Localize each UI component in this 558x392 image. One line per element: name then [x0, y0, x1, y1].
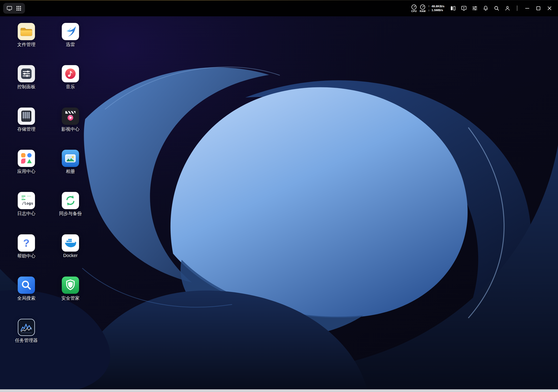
screen-toggle-button[interactable]	[6, 5, 12, 11]
photo-icon	[62, 150, 79, 167]
desktop-icon-label: 日志中心	[17, 210, 35, 217]
desktop-icon-photos[interactable]: 相册	[53, 150, 87, 175]
preferences-button[interactable]	[472, 5, 478, 11]
desktop-icon-file-manager[interactable]: 文件管理	[9, 23, 43, 48]
topbar-right-group: CPU RAM ↑ 48.8KB/s ↓ 1.5MB/s	[411, 4, 553, 12]
desktop-icon-docker[interactable]: Docker	[53, 234, 87, 258]
music-note-icon	[62, 65, 79, 82]
desktop-icon-label: 影视中心	[61, 126, 79, 132]
maximize-icon	[535, 5, 541, 11]
thunder-bird-icon	[62, 23, 79, 40]
desktop-icon-label: 应用中心	[17, 168, 35, 175]
desktop-icon-label: 帮助中心	[17, 253, 35, 259]
upload-arrow-icon: ↑	[428, 4, 431, 8]
bell-icon	[483, 5, 489, 11]
minimize-icon	[524, 5, 530, 11]
desktop-icon-xunlei[interactable]: 迅雷	[53, 23, 87, 48]
svg-text:/logs: /logs	[22, 201, 33, 206]
topbar-left-group	[3, 3, 25, 14]
close-icon	[546, 5, 553, 11]
disk-array-icon	[18, 108, 35, 125]
download-arrow-icon: ↓	[428, 8, 431, 12]
screen: CPU RAM ↑ 48.8KB/s ↓ 1.5MB/s	[0, 0, 558, 392]
tray-sliders-icon	[472, 5, 478, 11]
cpu-gauge-icon	[411, 4, 417, 10]
tray-separator	[517, 5, 517, 11]
search-icon	[494, 5, 500, 11]
close-button[interactable]	[546, 5, 553, 11]
desktop-icon-sync-backup[interactable]: 同步与备份	[53, 192, 87, 217]
download-speed: 1.5MB/s	[431, 8, 443, 12]
desktop-icon-label: 安全管家	[61, 295, 79, 301]
desktop-icon-global-search[interactable]: 全局搜索	[9, 276, 43, 301]
search-button[interactable]	[494, 5, 500, 11]
folder-icon	[18, 23, 35, 40]
svg-text:?: ?	[23, 237, 29, 249]
question-icon: ?	[18, 234, 35, 251]
widgets-button[interactable]	[450, 5, 456, 11]
desktop-icon-music[interactable]: 音乐	[53, 65, 87, 90]
display-icon	[461, 5, 467, 11]
window-controls	[524, 5, 553, 11]
system-monitors: CPU RAM ↑ 48.8KB/s ↓ 1.5MB/s	[411, 4, 445, 12]
clapper-play-icon	[62, 108, 79, 125]
cpu-label: CPU	[411, 10, 417, 12]
desktop-icon-task-manager[interactable]: 任务管理器	[9, 319, 43, 343]
maximize-button[interactable]	[535, 5, 541, 11]
desktop-icon-label: 文件管理	[17, 42, 35, 48]
minimize-button[interactable]	[524, 5, 530, 11]
docker-whale-icon	[62, 234, 79, 251]
user-icon	[504, 5, 511, 11]
desktop-icon-label: 相册	[66, 168, 75, 175]
desktop-icon-label: 全局搜索	[17, 295, 35, 301]
control-sliders-icon	[18, 65, 35, 82]
tray-icons	[450, 5, 511, 11]
widgets-icon	[450, 5, 456, 11]
monitor-icon	[6, 5, 12, 11]
desktop-icon-label: 存储管理	[17, 126, 35, 132]
magnifier-icon	[18, 276, 35, 294]
desktop-icon-label: 控制面板	[17, 84, 35, 90]
desktop-icon-log-center[interactable]: /logs日志中心	[9, 192, 43, 217]
dock-hint[interactable]	[0, 389, 558, 392]
desktop-icon-help-center[interactable]: ?帮助中心	[9, 234, 43, 259]
desktop-icon-grid: 文件管理 迅雷 控制面板 音乐 存储管理 影视中心 应用中心 相册 /logs日…	[0, 16, 558, 389]
network-speed-widget[interactable]: ↑ 48.8KB/s ↓ 1.5MB/s	[428, 4, 445, 12]
topbar: CPU RAM ↑ 48.8KB/s ↓ 1.5MB/s	[0, 0, 558, 16]
desktop-icon-security-manager[interactable]: 安全管家	[53, 276, 87, 301]
chart-icon	[18, 319, 35, 336]
desktop-icon-control-panel[interactable]: 控制面板	[9, 65, 43, 90]
desktop-icon-label: 音乐	[66, 84, 75, 90]
sync-arrows-icon	[62, 192, 79, 209]
desktop-icon-storage-manager[interactable]: 存储管理	[9, 108, 43, 132]
desktop-icon-label: 同步与备份	[59, 210, 82, 217]
desktop-icon-video-center[interactable]: 影视中心	[53, 108, 87, 132]
account-button[interactable]	[504, 5, 511, 11]
app-launcher-button[interactable]	[16, 5, 22, 11]
window-top-highlight	[0, 0, 558, 0]
grid-icon	[16, 5, 22, 11]
remote-display-button[interactable]	[461, 5, 467, 11]
desktop-icon-label: 迅雷	[66, 42, 75, 48]
upload-speed: 48.8KB/s	[431, 4, 445, 8]
shield-icon	[62, 276, 79, 294]
ram-monitor-button[interactable]: RAM	[419, 4, 426, 12]
ram-label: RAM	[420, 10, 426, 12]
cpu-monitor-button[interactable]: CPU	[411, 4, 417, 12]
app-shapes-icon	[18, 150, 35, 167]
desktop-icon-label: 任务管理器	[15, 337, 38, 343]
desktop-icon-app-center[interactable]: 应用中心	[9, 150, 43, 175]
ram-gauge-icon	[419, 4, 426, 10]
desktop-icon-label: Docker	[63, 253, 78, 258]
logs-icon: /logs	[18, 192, 35, 209]
notifications-button[interactable]	[483, 5, 489, 11]
